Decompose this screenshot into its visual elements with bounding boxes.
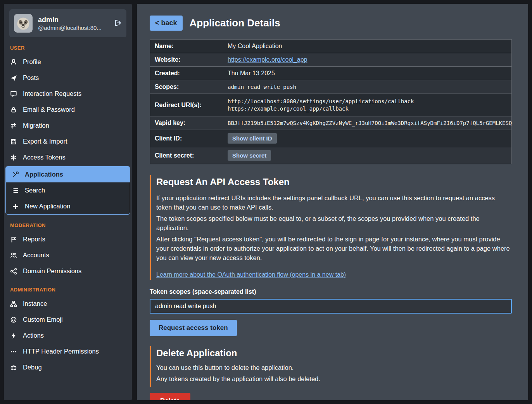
bolt-icon <box>10 332 17 339</box>
sidebar-item-interaction-requests[interactable]: Interaction Requests <box>4 86 132 102</box>
main-content: < back Application Details Name: My Cool… <box>137 4 528 400</box>
sidebar: admin @admin@localhost:80... USER Profil… <box>4 4 132 400</box>
nav-label: HTTP Header Permissions <box>23 348 99 355</box>
token-section-paragraph-1: If your application redirect URIs includ… <box>156 194 512 212</box>
avatar <box>14 14 33 33</box>
sidebar-item-actions[interactable]: Actions <box>4 328 132 343</box>
token-request-form: Token scopes (space-separated list) Requ… <box>150 288 512 346</box>
posts-icon <box>10 75 17 81</box>
detail-row-scopes: Scopes: admin read write push <box>150 80 511 94</box>
token-scopes-input[interactable] <box>150 299 512 314</box>
detail-label: Vapid key: <box>150 116 223 130</box>
sidebar-item-posts[interactable]: Posts <box>4 70 132 86</box>
sidebar-item-export-import[interactable]: Export & Import <box>4 134 132 149</box>
profile-icon <box>10 59 17 66</box>
sidebar-group-applications: Applications Search <box>5 166 130 215</box>
header-row: < back Application Details <box>150 16 512 31</box>
sidebar-item-profile[interactable]: Profile <box>4 54 132 70</box>
section-heading-administration: ADMINISTRATION <box>10 287 126 293</box>
detail-label: Website: <box>150 53 223 66</box>
detail-label: Scopes: <box>150 80 223 94</box>
detail-row-vapid-key: Vapid key: BBJffJ219b5iE512m7wQSzv4KgKDh… <box>150 116 511 130</box>
applications-icon <box>12 171 19 178</box>
detail-row-created: Created: Thu Mar 13 2025 <box>150 67 511 80</box>
search-list-icon <box>12 187 19 194</box>
section-heading-moderation: MODERATION <box>10 222 126 228</box>
sidebar-item-domain-permissions[interactable]: Domain Permissions <box>4 263 132 279</box>
sidebar-item-reports[interactable]: Reports <box>4 231 132 247</box>
redirect-uri-2: https://example.org/cool_app/callback <box>228 106 507 112</box>
application-details-table: Name: My Cool Application Website: https… <box>150 39 512 164</box>
token-request-section: Request An API Access Token If your appl… <box>150 175 512 280</box>
detail-row-redirect-uris: Redirect URI(s): http://localhost:8080/s… <box>150 94 511 116</box>
show-client-id-button[interactable]: Show client ID <box>228 133 277 144</box>
nav-label: Domain Permissions <box>23 267 81 275</box>
nav-label: Interaction Requests <box>23 90 81 97</box>
user-meta: admin @admin@localhost:80... <box>38 16 109 31</box>
nav-label: Export & Import <box>23 138 67 145</box>
detail-row-website: Website: https://example.org/cool_app <box>150 53 511 67</box>
nav-label: Reports <box>23 236 45 243</box>
sidebar-item-access-tokens[interactable]: Access Tokens <box>4 149 132 165</box>
access-tokens-icon <box>10 154 17 161</box>
sidebar-item-http-header-permissions[interactable]: HTTP Header Permissions <box>4 343 132 359</box>
back-button[interactable]: < back <box>150 16 183 31</box>
instance-icon <box>10 300 17 307</box>
sidebar-item-applications-search[interactable]: Search <box>6 182 130 198</box>
nav-label: Applications <box>25 171 63 178</box>
delete-section-line-1: You can use this button to delete the ap… <box>156 363 512 373</box>
sidebar-item-email-password[interactable]: Email & Password <box>4 102 132 118</box>
sidebar-item-debug[interactable]: Debug <box>4 359 132 375</box>
sidebar-nav: USER Profile Posts Intera <box>4 45 132 375</box>
nav-label: Posts <box>23 74 39 81</box>
detail-label: Client ID: <box>150 132 223 145</box>
plus-icon <box>12 203 19 210</box>
detail-label: Client secret: <box>150 149 223 162</box>
request-access-token-button[interactable]: Request access token <box>150 320 237 336</box>
user-handle: @admin@localhost:80... <box>38 24 109 31</box>
logout-icon <box>114 19 122 27</box>
accounts-icon <box>10 252 17 259</box>
user-card[interactable]: admin @admin@localhost:80... <box>9 9 126 37</box>
sidebar-item-instance[interactable]: Instance <box>4 296 132 312</box>
nav-label: Actions <box>23 332 44 339</box>
debug-icon <box>10 364 17 371</box>
sidebar-item-custom-emoji[interactable]: Custom Emoji <box>4 312 132 328</box>
detail-value: Thu Mar 13 2025 <box>223 67 511 80</box>
website-link[interactable]: https://example.org/cool_app <box>228 56 307 63</box>
detail-value: My Cool Application <box>223 40 511 53</box>
interaction-requests-icon <box>10 90 17 97</box>
flag-icon <box>10 236 17 243</box>
delete-section-line-2: Any tokens created by the application wi… <box>156 375 512 384</box>
delete-section-title: Delete Application <box>156 348 512 359</box>
http-header-icon <box>10 348 17 355</box>
nav-label: Migration <box>23 122 49 129</box>
nav-label: New Application <box>25 203 70 210</box>
nav-label: Debug <box>23 364 42 371</box>
token-section-paragraph-3: After clicking "Request access token", y… <box>156 235 512 263</box>
token-section-paragraph-2: The token scopes specified below must be… <box>156 214 512 233</box>
token-section-title: Request An API Access Token <box>156 177 512 187</box>
user-name: admin <box>38 16 109 24</box>
email-password-icon <box>10 106 17 113</box>
sidebar-item-migration[interactable]: Migration <box>4 118 132 134</box>
nav-label: Custom Emoji <box>23 316 63 323</box>
detail-value: BBJffJ219b5iE512m7wQSzv4KgKDhgZZVzNyWC_r… <box>223 117 516 129</box>
nav-label: Access Tokens <box>23 154 66 161</box>
nav-label: Accounts <box>23 251 49 259</box>
section-heading-user: USER <box>10 45 126 51</box>
oauth-docs-link[interactable]: Learn more about the OAuth authenticatio… <box>156 271 346 278</box>
delete-application-button[interactable]: Delete <box>150 393 190 400</box>
emoji-icon <box>10 316 17 323</box>
sidebar-item-new-application[interactable]: New Application <box>6 198 130 214</box>
sidebar-item-applications[interactable]: Applications <box>6 166 130 182</box>
detail-label: Name: <box>150 40 223 53</box>
domain-permissions-icon <box>10 268 17 275</box>
sidebar-item-accounts[interactable]: Accounts <box>4 247 132 263</box>
nav-label: Search <box>25 187 45 194</box>
delete-application-section: Delete Application You can use this butt… <box>150 346 512 387</box>
logout-button[interactable] <box>114 19 122 28</box>
show-secret-button[interactable]: Show secret <box>228 150 271 161</box>
page-title: Application Details <box>190 17 280 29</box>
redirect-uri-1: http://localhost:8080/settings/user/appl… <box>228 98 507 104</box>
